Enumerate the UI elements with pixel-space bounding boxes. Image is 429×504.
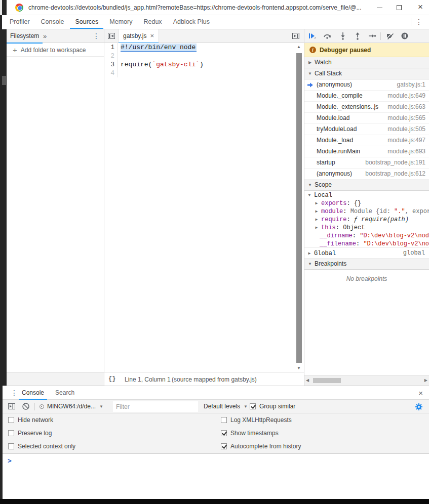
tabbar-separator <box>411 18 411 26</box>
scope-property[interactable]: ▶exports: {} <box>304 199 429 207</box>
scroll-down-icon[interactable]: ▼ <box>297 366 301 370</box>
setting-checkbox[interactable] <box>8 443 14 449</box>
property-name: exports <box>321 200 346 207</box>
step-over-icon[interactable] <box>323 32 331 40</box>
drawer-menu-icon[interactable]: ⋮ <box>11 389 18 396</box>
current-frame-icon <box>307 82 314 88</box>
context-selector[interactable]: MINGW64:/d/de...▼ <box>40 400 103 413</box>
section-watch[interactable]: ▶Watch <box>304 57 429 68</box>
editor-scrollbar[interactable]: ▲ ▼ <box>296 43 303 372</box>
frame-location: gatsby.js:1 <box>397 79 425 90</box>
call-stack-frame[interactable]: Module.runMainmodule.js:693 <box>304 146 429 157</box>
scroll-up-icon[interactable]: ▲ <box>297 45 301 49</box>
main-menu-icon[interactable]: ⋮ <box>415 18 422 25</box>
filter-input[interactable] <box>113 401 198 412</box>
tab-profiler[interactable]: Profiler <box>5 15 35 29</box>
scope-global[interactable]: ▶Globalglobal <box>304 247 429 259</box>
drawer-header: ⋮ ConsoleSearch × <box>3 386 429 400</box>
console-settings-icon[interactable] <box>415 403 423 411</box>
chrome-icon <box>15 4 23 12</box>
group-similar-checkbox[interactable] <box>250 403 256 409</box>
line-number[interactable]: 3 <box>104 60 118 69</box>
call-stack-frame[interactable]: Module._extensions..jsmodule.js:663 <box>304 102 429 113</box>
drawer-tab-search[interactable]: Search <box>52 386 77 400</box>
drawer-close-icon[interactable]: × <box>418 389 423 397</box>
log-levels-dropdown[interactable]: Default levels▼ <box>204 400 248 413</box>
deactivate-breakpoints-icon[interactable] <box>386 32 394 40</box>
call-stack-frame[interactable]: Module.loadmodule.js:565 <box>304 113 429 124</box>
frame-location: module.js:505 <box>387 124 425 135</box>
call-stack-frame[interactable]: tryModuleLoadmodule.js:505 <box>304 124 429 135</box>
tab-filesystem[interactable]: Filesystem <box>7 29 43 43</box>
section-scope[interactable]: ▼Scope <box>304 180 429 191</box>
scroll-right-icon[interactable]: ▶ <box>424 378 427 383</box>
console-prompt[interactable]: > <box>3 454 429 499</box>
navigator-menu-icon[interactable]: ⋮ <box>93 32 100 39</box>
tab-adblock-plus[interactable]: Adblock Plus <box>168 15 215 29</box>
section-call-stack[interactable]: ▼Call Stack <box>304 68 429 79</box>
console-setting[interactable]: Preserve log <box>8 427 75 440</box>
frame-location: module.js:649 <box>387 91 425 101</box>
step-icon[interactable] <box>368 32 376 40</box>
tab-gatsby-js[interactable]: gatsby.js× <box>118 29 159 43</box>
scope-property[interactable]: ▶require: ƒ require(path) <box>304 216 429 224</box>
console-setting[interactable]: Selected context only <box>8 440 75 453</box>
setting-checkbox[interactable] <box>221 443 227 449</box>
sidebar-hscrollbar[interactable]: ◀ ▶ <box>304 375 429 386</box>
scope-local[interactable]: ▼Local <box>304 191 429 199</box>
scroll-left-icon[interactable]: ◀ <box>306 378 309 383</box>
call-stack-frame[interactable]: startupbootstrap_node.js:191 <box>304 157 429 169</box>
console-setting[interactable]: Hide network <box>8 413 75 427</box>
setting-checkbox[interactable] <box>221 430 227 436</box>
show-debugger-icon[interactable] <box>292 32 300 40</box>
section-breakpoints[interactable]: ▼Breakpoints <box>304 259 429 270</box>
tab-console[interactable]: Console <box>36 15 69 29</box>
console-setting[interactable]: Show timestamps <box>221 427 301 440</box>
editor-scrollbar-thumb[interactable] <box>296 53 302 363</box>
call-stack-frame[interactable]: Module._compilemodule.js:649 <box>304 91 429 102</box>
line-number[interactable]: 4 <box>104 69 118 77</box>
tab-redux[interactable]: Redux <box>138 15 167 29</box>
line-number[interactable]: 1 <box>104 43 118 52</box>
group-similar-setting[interactable]: Group similar <box>250 400 295 413</box>
console-sidebar-icon[interactable] <box>8 402 16 410</box>
code-line: 3require(`gatsby-cli`) <box>104 60 304 69</box>
levels-label: Default levels <box>204 403 240 410</box>
scope-property[interactable]: __filename: "D:\dev\blog-v2\node_mo <box>304 240 429 248</box>
pretty-print-icon[interactable]: {} <box>108 375 115 383</box>
hscrollbar-thumb[interactable] <box>313 378 341 383</box>
call-stack-frame[interactable]: (anonymous)gatsby.js:1 <box>304 79 429 91</box>
tab-memory[interactable]: Memory <box>104 15 137 29</box>
setting-checkbox[interactable] <box>221 417 227 423</box>
hide-navigator-icon[interactable] <box>107 32 115 40</box>
code-editor[interactable]: 1#!/usr/bin/env node23require(`gatsby-cl… <box>104 43 304 372</box>
step-out-icon[interactable] <box>354 32 362 40</box>
tab-sources[interactable]: Sources <box>70 15 103 29</box>
pause-on-exceptions-icon[interactable] <box>401 32 409 40</box>
minimize-icon[interactable] <box>377 8 382 8</box>
cursor-position: Line 1, Column 1 <box>125 376 171 383</box>
call-stack-frame[interactable]: (anonymous)bootstrap_node.js:612 <box>304 169 429 180</box>
drawer-tab-console[interactable]: Console <box>19 386 47 400</box>
console-setting[interactable]: Log XMLHttpRequests <box>221 413 301 427</box>
clear-console-icon[interactable] <box>22 402 30 410</box>
scope-property[interactable]: ▶module: Module {id: ".", exports: <box>304 207 429 216</box>
maximize-icon[interactable] <box>397 5 402 10</box>
colon: : <box>346 200 354 207</box>
property-name: __dirname <box>320 232 353 239</box>
step-into-icon[interactable] <box>339 32 347 40</box>
scope-property[interactable]: ▶this: Object <box>304 224 429 232</box>
line-number[interactable]: 2 <box>104 52 118 60</box>
resume-icon[interactable] <box>308 32 316 40</box>
console-setting[interactable]: Autocomplete from history <box>221 440 301 453</box>
scope-property[interactable]: __dirname: "D:\dev\blog-v2\node_mod <box>304 232 429 240</box>
call-stack-frame[interactable]: Module._loadmodule.js:497 <box>304 135 429 146</box>
close-icon[interactable]: × <box>418 2 423 12</box>
tab-close-icon[interactable]: × <box>150 32 154 39</box>
setting-checkbox[interactable] <box>8 430 14 436</box>
add-folder-button[interactable]: +Add folder to workspace <box>7 44 104 57</box>
frame-location: module.js:663 <box>387 102 425 112</box>
more-tabs-icon[interactable]: » <box>43 29 47 43</box>
left-scrollbar-thumb[interactable] <box>2 76 6 85</box>
setting-checkbox[interactable] <box>8 417 14 423</box>
